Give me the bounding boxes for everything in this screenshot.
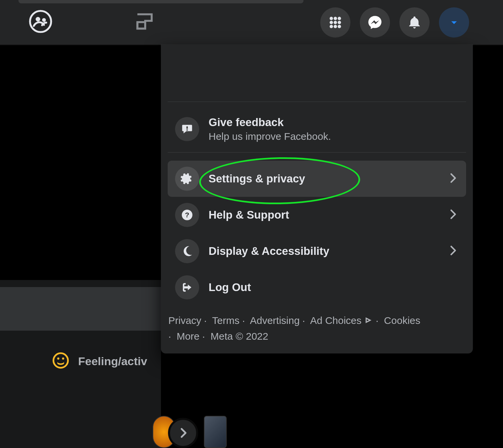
menu-item-text: Display & Accessibility — [209, 245, 329, 258]
top-navigation-bar — [0, 0, 503, 45]
footer-link-terms[interactable]: Terms — [212, 315, 240, 326]
svg-point-2 — [42, 18, 46, 22]
logout-icon — [175, 275, 199, 299]
menu-item-label: Help & Support — [209, 209, 289, 221]
ad-choices-icon — [364, 315, 373, 326]
account-menu-button[interactable] — [439, 7, 469, 38]
svg-point-11 — [334, 25, 337, 28]
groups-tab[interactable] — [29, 9, 53, 34]
footer-link-cookies[interactable]: Cookies — [384, 315, 420, 326]
svg-point-4 — [330, 17, 333, 20]
menu-item-text: Settings & privacy — [209, 172, 305, 185]
log-out-item[interactable]: Log Out — [168, 269, 466, 305]
gear-icon — [175, 167, 199, 191]
chevron-right-icon — [447, 172, 459, 185]
footer-copyright: Meta © 2022 — [211, 331, 268, 342]
menu-button[interactable] — [320, 7, 350, 38]
svg-text:?: ? — [185, 211, 189, 219]
footer-link-privacy[interactable]: Privacy — [168, 315, 201, 326]
story-scroll-right-button[interactable] — [168, 418, 198, 448]
help-support-item[interactable]: ? Help & Support — [168, 197, 466, 233]
svg-point-13 — [53, 353, 68, 368]
feedback-subtitle: Help us improve Facebook. — [209, 131, 331, 142]
messenger-button[interactable] — [360, 7, 390, 38]
story-thumbnail[interactable] — [204, 416, 227, 448]
caret-down-icon — [449, 18, 459, 27]
give-feedback-item[interactable]: Give feedback Help us improve Facebook. — [168, 110, 466, 148]
composer-feeling-button[interactable]: Feeling/activ — [0, 344, 161, 378]
chevron-right-icon — [447, 208, 459, 222]
menu-grid-icon — [329, 16, 342, 29]
feedback-text: Give feedback Help us improve Facebook. — [209, 116, 331, 142]
feedback-title: Give feedback — [209, 116, 331, 129]
dropdown-footer: Privacy· Terms· Advertising· Ad Choices … — [168, 313, 466, 344]
question-icon: ? — [175, 203, 199, 227]
display-accessibility-item[interactable]: Display & Accessibility — [168, 233, 466, 269]
menu-item-text: Help & Support — [209, 209, 289, 221]
svg-point-12 — [338, 25, 341, 28]
bell-icon — [407, 15, 422, 30]
menu-item-text: Log Out — [209, 281, 251, 294]
divider — [168, 152, 466, 153]
messenger-icon — [368, 15, 382, 30]
svg-point-1 — [36, 17, 40, 22]
divider — [168, 102, 466, 102]
moon-icon — [175, 239, 199, 263]
gaming-icon — [134, 11, 155, 32]
menu-item-label: Log Out — [209, 281, 251, 294]
account-dropdown-panel: Give feedback Help us improve Facebook. … — [161, 45, 473, 353]
feed-strip — [0, 287, 161, 331]
svg-point-5 — [334, 17, 337, 20]
feed-card — [0, 47, 161, 280]
svg-point-6 — [338, 17, 341, 20]
footer-link-advertising[interactable]: Advertising — [250, 315, 299, 326]
notifications-button[interactable] — [399, 7, 430, 38]
svg-point-7 — [330, 21, 333, 24]
svg-point-15 — [62, 357, 64, 359]
address-bar-stub — [18, 0, 303, 3]
svg-point-14 — [57, 357, 59, 359]
smiley-icon — [52, 352, 69, 371]
menu-item-label: Settings & privacy — [209, 172, 305, 185]
gaming-tab[interactable] — [134, 11, 155, 32]
groups-icon — [29, 9, 53, 34]
svg-point-8 — [334, 21, 337, 24]
svg-point-9 — [338, 21, 341, 24]
feedback-icon — [175, 117, 199, 141]
svg-rect-3 — [137, 22, 145, 29]
settings-privacy-item[interactable]: Settings & privacy — [168, 161, 466, 197]
chevron-right-icon — [177, 427, 189, 439]
svg-point-10 — [330, 25, 333, 28]
menu-item-label: Display & Accessibility — [209, 245, 329, 258]
footer-link-more[interactable]: More — [177, 331, 200, 342]
footer-link-ad-choices[interactable]: Ad Choices — [310, 315, 361, 326]
composer-feeling-label: Feeling/activ — [78, 355, 147, 368]
chevron-right-icon — [447, 244, 459, 258]
